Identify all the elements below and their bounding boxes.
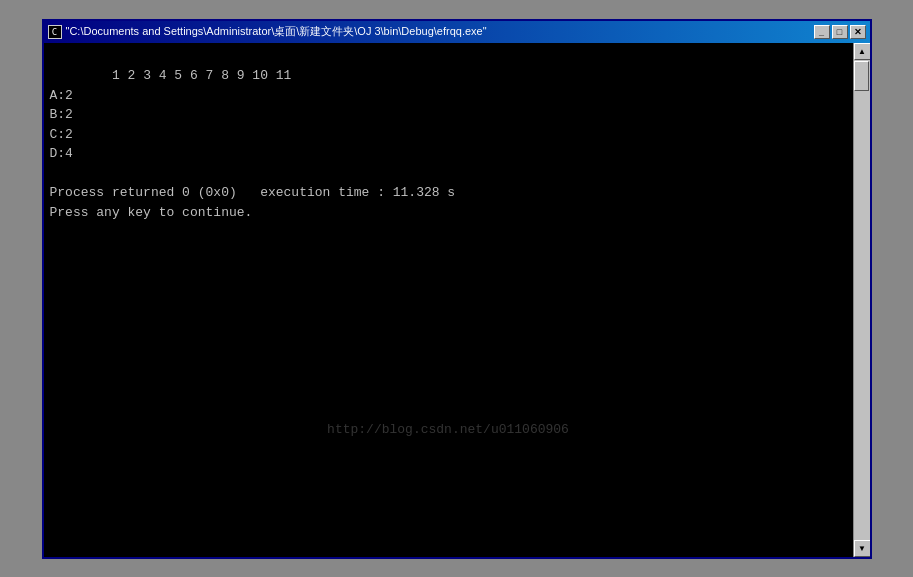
output-line8: Press any key to continue. (50, 205, 253, 220)
minimize-button[interactable]: _ (814, 25, 830, 39)
output-line7: Process returned 0 (0x0) execution time … (50, 185, 456, 200)
output-line1: 1 2 3 4 5 6 7 8 9 10 11 (112, 68, 291, 83)
title-bar-buttons: _ □ ✕ (814, 25, 866, 39)
restore-button[interactable]: □ (832, 25, 848, 39)
console-window: C "C:\Documents and Settings\Administrat… (42, 19, 872, 559)
watermark: http://blog.csdn.net/u011060906 (327, 422, 569, 437)
scroll-up-button[interactable]: ▲ (854, 43, 870, 60)
console-output: 1 2 3 4 5 6 7 8 9 10 11 A:2 B:2 C:2 D:4 … (50, 47, 847, 242)
close-button[interactable]: ✕ (850, 25, 866, 39)
title-bar-left: C "C:\Documents and Settings\Administrat… (48, 24, 487, 39)
scroll-thumb[interactable] (854, 61, 869, 91)
output-line3: B:2 (50, 107, 73, 122)
output-line2: A:2 (50, 88, 73, 103)
output-line5: D:4 (50, 146, 73, 161)
console-area: 1 2 3 4 5 6 7 8 9 10 11 A:2 B:2 C:2 D:4 … (44, 43, 853, 557)
title-bar: C "C:\Documents and Settings\Administrat… (44, 21, 870, 43)
output-line4: C:2 (50, 127, 73, 142)
scrollbar-vertical[interactable]: ▲ ▼ (853, 43, 870, 557)
title-bar-text: "C:\Documents and Settings\Administrator… (66, 24, 487, 39)
window-icon: C (48, 25, 62, 39)
window-body: 1 2 3 4 5 6 7 8 9 10 11 A:2 B:2 C:2 D:4 … (44, 43, 870, 557)
scroll-track[interactable] (854, 60, 870, 540)
scroll-down-button[interactable]: ▼ (854, 540, 870, 557)
